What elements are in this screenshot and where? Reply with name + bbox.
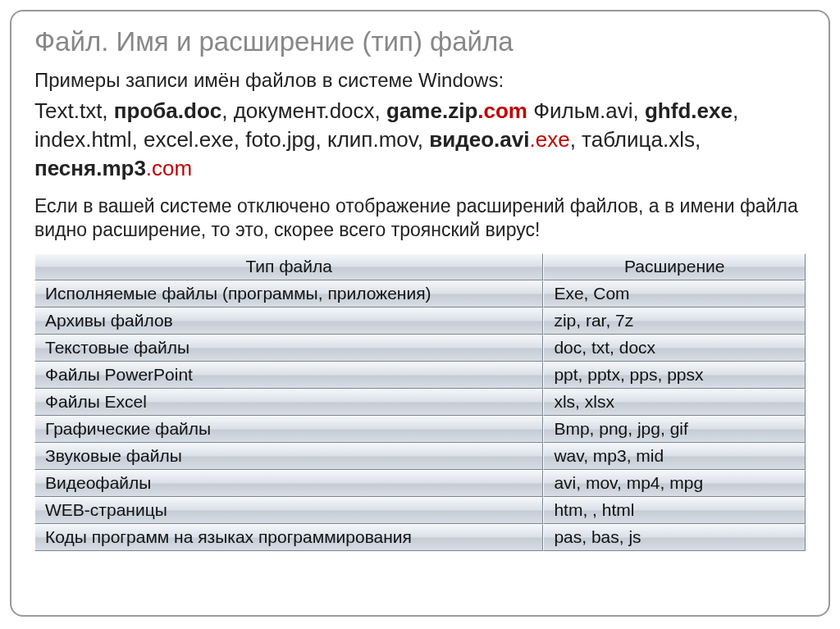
- cell-extension: pas, bas, js: [543, 524, 806, 551]
- cell-filetype: Звуковые файлы: [34, 443, 543, 470]
- example-segment: Text.txt,: [34, 98, 114, 123]
- table-row: Исполняемые файлы (программы, приложения…: [34, 280, 806, 308]
- warning-text: Если в вашей системе отключено отображен…: [34, 194, 806, 242]
- filename-examples: Text.txt, проба.doc, документ.docx, game…: [34, 97, 806, 183]
- example-segment: Фильм.avi,: [527, 98, 645, 123]
- example-segment: проба.doc: [114, 98, 221, 123]
- table-row: Графические файлыBmp, png, jpg, gif: [34, 416, 806, 443]
- table-row: Звуковые файлыwav, mp3, mid: [34, 443, 806, 470]
- cell-extension: avi, mov, mp4, mpg: [543, 470, 806, 497]
- cell-extension: wav, mp3, mid: [543, 443, 806, 470]
- cell-extension: Exe, Com: [543, 280, 806, 308]
- example-segment: , документ.docx,: [221, 98, 386, 123]
- table-header-ext: Расширение: [543, 253, 806, 280]
- cell-extension: htm, , html: [543, 497, 806, 524]
- table-header-type: Тип файла: [34, 253, 543, 280]
- table-row: Текстовые файлыdoc, txt, docx: [34, 335, 806, 362]
- table-row: WEB-страницыhtm, , html: [34, 497, 806, 524]
- example-segment: .com: [477, 98, 527, 123]
- example-segment: , таблица.xls,: [570, 127, 701, 152]
- table-row: Архивы файловzip, rar, 7z: [34, 308, 806, 335]
- intro-text: Примеры записи имён файлов в системе Win…: [34, 69, 806, 92]
- cell-filetype: Архивы файлов: [34, 308, 543, 335]
- cell-extension: ppt, pptx, pps, ppsx: [543, 362, 806, 389]
- example-segment: видео.avi: [429, 127, 529, 152]
- cell-filetype: Текстовые файлы: [34, 335, 543, 362]
- table-row: Видеофайлыavi, mov, mp4, mpg: [34, 470, 806, 497]
- example-segment: ghfd.exe: [645, 98, 733, 123]
- cell-filetype: Файлы PowerPoint: [34, 362, 543, 389]
- extensions-table: Тип файла Расширение Исполняемые файлы (…: [34, 253, 806, 551]
- cell-filetype: Коды программ на языках программирования: [34, 524, 543, 551]
- cell-extension: xls, xlsx: [543, 389, 806, 416]
- table-row: Файлы Excelxls, xlsx: [34, 389, 806, 416]
- cell-extension: doc, txt, docx: [543, 335, 806, 362]
- cell-filetype: Файлы Excel: [34, 389, 543, 416]
- cell-extension: Bmp, png, jpg, gif: [543, 416, 806, 443]
- cell-filetype: Графические файлы: [34, 416, 543, 443]
- table-row: Коды программ на языках программирования…: [34, 524, 806, 551]
- table-row: Файлы PowerPointppt, pptx, pps, ppsx: [34, 362, 806, 389]
- example-segment: .com: [146, 156, 192, 180]
- cell-filetype: WEB-страницы: [34, 497, 543, 524]
- cell-filetype: Исполняемые файлы (программы, приложения…: [34, 280, 543, 308]
- example-segment: .exe: [529, 127, 569, 152]
- cell-filetype: Видеофайлы: [34, 470, 543, 497]
- cell-extension: zip, rar, 7z: [543, 308, 806, 335]
- example-segment: песня.mp3: [34, 156, 146, 180]
- slide-container: Файл. Имя и расширение (тип) файла Приме…: [10, 10, 830, 617]
- slide-title: Файл. Имя и расширение (тип) файла: [34, 26, 806, 57]
- example-segment: game.zip: [386, 98, 477, 123]
